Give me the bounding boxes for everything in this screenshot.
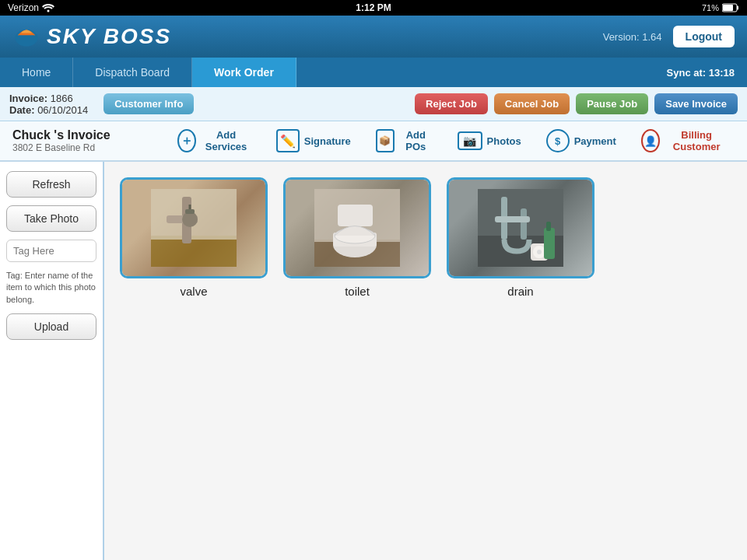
photo-frame-toilet[interactable] — [283, 177, 431, 278]
work-order-toolbar: Chuck 's Invoice 3802 E Baseline Rd ＋ Ad… — [0, 121, 747, 162]
nav-tab-workorder[interactable]: Work Order — [192, 58, 296, 87]
nav-tab-dispatch[interactable]: Dispatch Board — [73, 58, 192, 87]
tag-input[interactable] — [6, 240, 96, 262]
photo-valve-preview — [122, 180, 265, 276]
add-services-button[interactable]: ＋ Add Services — [171, 124, 258, 157]
svg-rect-2 — [737, 6, 738, 10]
tag-hint: Tag: Enter name of the item to which thi… — [6, 270, 96, 306]
billing-icon: 👤 — [641, 129, 660, 152]
add-services-icon: ＋ — [177, 129, 196, 152]
take-photo-button[interactable]: Take Photo — [6, 205, 96, 232]
logout-button[interactable]: Logout — [673, 26, 735, 47]
svg-rect-27 — [546, 222, 551, 231]
signature-button[interactable]: ✏️ Signature — [270, 124, 357, 157]
photo-area: valve — [104, 162, 747, 560]
svg-rect-14 — [338, 205, 373, 226]
svg-rect-21 — [521, 208, 527, 240]
svg-rect-10 — [185, 209, 195, 214]
add-pos-icon: 📦 — [376, 129, 395, 152]
photo-frame-valve[interactable] — [120, 177, 268, 278]
pause-job-button[interactable]: Pause Job — [576, 93, 648, 114]
version-text: Version: 1.64 — [603, 31, 662, 43]
invoice-address: 3802 E Baseline Rd — [12, 142, 168, 153]
invoice-actions: Reject Job Cancel Job Pause Job Save Inv… — [415, 93, 738, 114]
photo-item-valve: valve — [120, 177, 268, 298]
invoice-bar: Invoice: 1866 Date: 06/10/2014 Customer … — [0, 87, 747, 121]
upload-button[interactable]: Upload — [6, 313, 96, 340]
nav-tab-home[interactable]: Home — [0, 58, 73, 87]
svg-rect-5 — [151, 236, 237, 267]
nav-bar: Home Dispatch Board Work Order Sync at: … — [0, 58, 747, 87]
svg-point-0 — [47, 10, 50, 12]
customer-info-button[interactable]: Customer Info — [103, 93, 194, 114]
add-pos-button[interactable]: 📦 Add POs — [370, 124, 439, 157]
carrier-text: Verizon — [8, 2, 39, 13]
svg-rect-26 — [544, 228, 555, 259]
wifi-icon — [42, 3, 54, 12]
photo-frame-drain[interactable] — [447, 177, 594, 278]
status-bar: Verizon 1:12 PM 71% — [0, 0, 747, 16]
sidebar: Refresh Take Photo Tag: Enter name of th… — [0, 162, 104, 560]
logo-text: SKY BOSS — [47, 24, 171, 49]
camera-icon: 📷 — [458, 131, 482, 150]
photo-item-toilet: toilet — [283, 177, 431, 298]
photo-label-drain: drain — [507, 285, 533, 298]
toilet-svg — [314, 189, 400, 267]
toolbar-actions: ＋ Add Services ✏️ Signature 📦 Add POs 📷 … — [171, 124, 735, 157]
payment-icon: $ — [546, 129, 570, 152]
signature-icon: ✏️ — [276, 129, 300, 152]
invoice-name: Chuck 's Invoice — [12, 128, 168, 142]
invoice-title: Chuck 's Invoice 3802 E Baseline Rd — [12, 128, 168, 153]
invoice-info: Invoice: 1866 Date: 06/10/2014 — [9, 93, 88, 116]
billing-customer-button[interactable]: 👤 Billing Customer — [635, 124, 735, 157]
svg-rect-22 — [495, 216, 530, 222]
photos-button[interactable]: 📷 Photos — [451, 127, 528, 155]
cancel-job-button[interactable]: Cancel Job — [494, 93, 570, 114]
battery-icon — [722, 3, 739, 12]
logo-icon — [12, 23, 40, 51]
save-invoice-button[interactable]: Save Invoice — [654, 93, 738, 114]
status-time: 1:12 PM — [356, 2, 391, 13]
sync-info: Sync at: 13:18 — [667, 67, 735, 79]
payment-button[interactable]: $ Payment — [540, 124, 622, 157]
drain-svg — [478, 189, 563, 267]
app-header: SKY BOSS Version: 1.64 Logout — [0, 16, 747, 58]
photo-drain-preview — [449, 180, 592, 276]
photo-label-valve: valve — [180, 285, 207, 298]
svg-point-25 — [537, 250, 542, 254]
battery-text: 71% — [702, 3, 719, 12]
reject-job-button[interactable]: Reject Job — [415, 93, 488, 114]
photo-label-toilet: toilet — [345, 285, 370, 298]
main-content: Refresh Take Photo Tag: Enter name of th… — [0, 162, 747, 560]
logo: SKY BOSS — [12, 23, 171, 51]
photo-item-drain: drain — [447, 177, 594, 298]
svg-rect-3 — [723, 5, 733, 11]
photo-toilet-preview — [286, 180, 429, 276]
valve-svg — [151, 189, 237, 267]
refresh-button[interactable]: Refresh — [6, 171, 96, 198]
